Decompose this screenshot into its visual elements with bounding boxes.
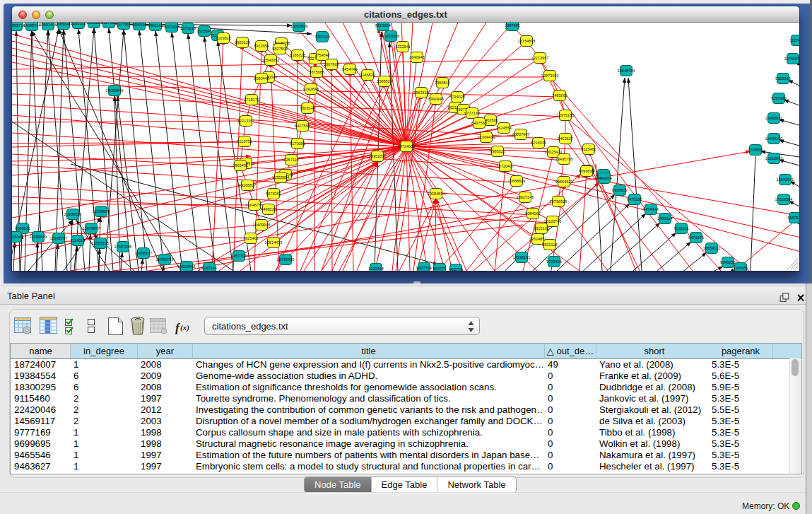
svg-text:12942757: 12942757 bbox=[50, 236, 68, 240]
svg-text:1292344: 1292344 bbox=[368, 267, 384, 271]
svg-text:6479197: 6479197 bbox=[627, 197, 642, 201]
svg-text:16154808: 16154808 bbox=[518, 39, 536, 43]
svg-text:12093872: 12093872 bbox=[765, 116, 783, 120]
svg-text:8938923: 8938923 bbox=[612, 188, 628, 192]
svg-text:12505135: 12505135 bbox=[92, 241, 110, 245]
svg-text:7163822: 7163822 bbox=[216, 36, 231, 40]
svg-text:18724007: 18724007 bbox=[398, 144, 416, 148]
svg-text:2009140: 2009140 bbox=[56, 23, 71, 26]
svg-text:10807487: 10807487 bbox=[512, 132, 530, 136]
svg-text:9090448: 9090448 bbox=[254, 76, 269, 81]
svg-text:7803144: 7803144 bbox=[300, 106, 315, 110]
svg-text:1010755: 1010755 bbox=[237, 139, 252, 144]
svg-text:1117433: 1117433 bbox=[790, 38, 799, 42]
svg-text:10975887: 10975887 bbox=[83, 226, 100, 230]
svg-text:1327602: 1327602 bbox=[116, 23, 131, 26]
svg-text:3267110: 3267110 bbox=[283, 158, 298, 162]
svg-text:9146821: 9146821 bbox=[360, 73, 375, 77]
svg-text:14055714: 14055714 bbox=[23, 23, 41, 28]
svg-text:9329966: 9329966 bbox=[775, 76, 791, 81]
svg-text:1055328: 1055328 bbox=[71, 23, 86, 25]
svg-text:9115460: 9115460 bbox=[581, 147, 596, 151]
svg-text:1588520: 1588520 bbox=[377, 79, 392, 83]
svg-text:8186328: 8186328 bbox=[290, 53, 305, 57]
svg-text:19218506: 19218506 bbox=[382, 34, 400, 38]
svg-text:9827503: 9827503 bbox=[272, 47, 288, 51]
svg-text:3215953: 3215953 bbox=[748, 148, 763, 152]
svg-text:17957255: 17957255 bbox=[114, 245, 132, 249]
svg-text:19166827: 19166827 bbox=[239, 183, 257, 187]
svg-text:8990448: 8990448 bbox=[428, 97, 444, 101]
svg-text:1055328: 1055328 bbox=[86, 23, 102, 25]
svg-text:8170081: 8170081 bbox=[290, 141, 305, 146]
svg-text:2718170: 2718170 bbox=[244, 98, 259, 102]
svg-text:1733426: 1733426 bbox=[546, 259, 562, 264]
svg-text:10543362: 10543362 bbox=[262, 58, 280, 62]
svg-text:9637794: 9637794 bbox=[416, 266, 432, 270]
svg-text:7485063: 7485063 bbox=[552, 93, 567, 98]
svg-text:9084067: 9084067 bbox=[525, 211, 541, 216]
svg-text:2754546: 2754546 bbox=[314, 53, 330, 57]
svg-text:19654923: 19654923 bbox=[555, 180, 573, 184]
svg-text:12975185: 12975185 bbox=[557, 113, 575, 117]
svg-text:12923448: 12923448 bbox=[178, 264, 196, 269]
svg-text:7986322: 7986322 bbox=[490, 149, 505, 153]
svg-text:7625402: 7625402 bbox=[243, 236, 259, 240]
svg-text:9777169: 9777169 bbox=[464, 111, 480, 115]
svg-text:7357224: 7357224 bbox=[314, 35, 330, 39]
svg-text:8427552: 8427552 bbox=[295, 124, 310, 128]
svg-text:4498222: 4498222 bbox=[261, 207, 276, 211]
svg-text:1615132: 1615132 bbox=[534, 226, 549, 230]
svg-text:9227342: 9227342 bbox=[771, 96, 787, 100]
svg-text:9245052: 9245052 bbox=[733, 266, 748, 270]
svg-text:11156819: 11156819 bbox=[30, 235, 47, 239]
svg-text:3624554: 3624554 bbox=[496, 126, 512, 130]
svg-text:20091406: 20091406 bbox=[40, 23, 57, 27]
svg-text:963779: 963779 bbox=[449, 267, 463, 271]
svg-text:2522124: 2522124 bbox=[542, 243, 558, 247]
svg-text:12339924: 12339924 bbox=[93, 209, 110, 214]
svg-text:15751074: 15751074 bbox=[784, 57, 799, 61]
svg-text:8813054: 8813054 bbox=[375, 23, 391, 28]
svg-text:2935114: 2935114 bbox=[657, 216, 672, 221]
svg-text:6466160: 6466160 bbox=[148, 23, 163, 28]
svg-text:9242848: 9242848 bbox=[303, 87, 319, 91]
svg-text:19384554: 19384554 bbox=[428, 192, 445, 196]
svg-text:1965491: 1965491 bbox=[233, 163, 248, 168]
svg-text:8660123: 8660123 bbox=[235, 40, 250, 45]
svg-text:1332541: 1332541 bbox=[395, 45, 411, 49]
svg-text:16914479: 16914479 bbox=[265, 240, 283, 245]
svg-text:7132021: 7132021 bbox=[673, 226, 689, 230]
svg-text:6497568: 6497568 bbox=[471, 121, 487, 125]
svg-text:9699695: 9699695 bbox=[579, 169, 594, 173]
svg-text:6216033: 6216033 bbox=[531, 141, 546, 145]
svg-text:9474444: 9474444 bbox=[643, 207, 659, 211]
svg-text:5578352: 5578352 bbox=[266, 192, 281, 196]
svg-text:9457791: 9457791 bbox=[231, 254, 247, 258]
svg-text:8912954: 8912954 bbox=[254, 44, 269, 48]
svg-text:11353594: 11353594 bbox=[272, 175, 289, 180]
svg-text:16120746: 16120746 bbox=[544, 219, 562, 223]
svg-text:1167533: 1167533 bbox=[787, 216, 799, 220]
svg-text:12213363: 12213363 bbox=[237, 119, 255, 123]
svg-text:1071918: 1071918 bbox=[164, 25, 180, 29]
svg-text:3915343: 3915343 bbox=[12, 235, 23, 239]
svg-text:6466160: 6466160 bbox=[131, 23, 147, 27]
svg-text:1640945: 1640945 bbox=[409, 55, 425, 59]
svg-text:16210643: 16210643 bbox=[765, 156, 783, 160]
svg-text:16409948: 16409948 bbox=[253, 223, 271, 227]
svg-text:8471676: 8471676 bbox=[688, 235, 704, 240]
svg-text:9245052: 9245052 bbox=[720, 260, 736, 264]
svg-text:2367608: 2367608 bbox=[324, 62, 339, 66]
svg-text:3875685: 3875685 bbox=[309, 70, 324, 74]
svg-text:10973493: 10973493 bbox=[541, 74, 559, 78]
svg-text:15720407: 15720407 bbox=[497, 164, 514, 168]
svg-text:1440954: 1440954 bbox=[596, 176, 612, 180]
svg-text:20053346: 20053346 bbox=[106, 88, 124, 93]
svg-text:12444150: 12444150 bbox=[765, 136, 783, 141]
svg-text:20206526: 20206526 bbox=[64, 212, 82, 216]
svg-text:21364436: 21364436 bbox=[478, 135, 495, 139]
svg-text:1562615: 1562615 bbox=[413, 90, 429, 95]
svg-text:17016504: 17016504 bbox=[775, 197, 793, 201]
svg-text:12213967: 12213967 bbox=[531, 56, 549, 60]
